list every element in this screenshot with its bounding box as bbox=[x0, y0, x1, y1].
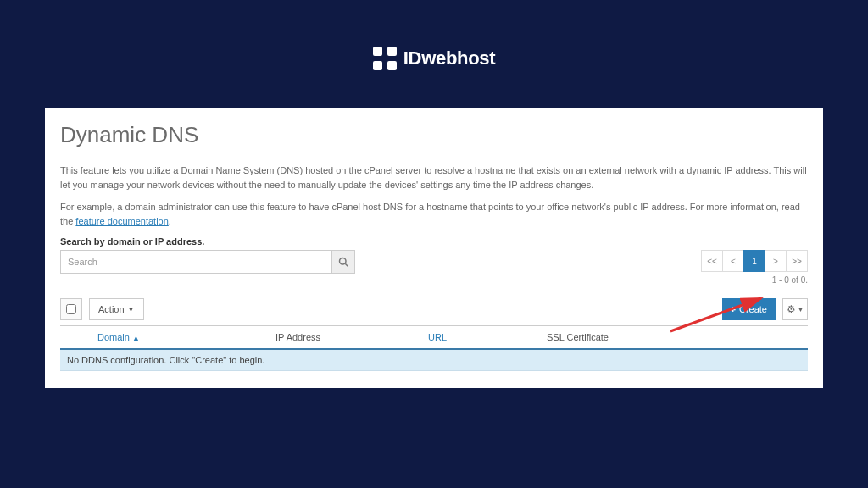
main-panel: Dynamic DNS This feature lets you utiliz… bbox=[45, 108, 823, 388]
select-all-checkbox[interactable] bbox=[66, 304, 76, 314]
col-url[interactable]: URL bbox=[428, 332, 547, 342]
table-header-row: Domain ▲ IP Address URL SSL Certificate bbox=[60, 326, 808, 350]
brand-name: IDwebhost bbox=[403, 47, 496, 69]
svg-line-1 bbox=[345, 263, 348, 266]
col-ip[interactable]: IP Address bbox=[275, 332, 428, 342]
plus-icon: + bbox=[731, 304, 736, 314]
brand-header: IDwebhost bbox=[0, 0, 868, 74]
brand-logo: IDwebhost bbox=[373, 47, 496, 70]
description-2: For example, a domain administrator can … bbox=[60, 200, 808, 228]
col-domain[interactable]: Domain ▲ bbox=[64, 332, 275, 342]
feature-doc-link[interactable]: feature documentation bbox=[75, 216, 168, 226]
brand-logo-icon bbox=[373, 47, 397, 70]
description-2-post: . bbox=[169, 216, 171, 226]
svg-point-0 bbox=[340, 258, 347, 265]
action-dropdown-label: Action bbox=[98, 304, 125, 314]
create-button[interactable]: + Create bbox=[722, 298, 776, 320]
sort-asc-icon: ▲ bbox=[132, 334, 140, 342]
search-input[interactable] bbox=[60, 250, 331, 274]
pager-first[interactable]: << bbox=[701, 250, 723, 272]
empty-state-row: No DDNS configuration. Click "Create" to… bbox=[60, 350, 808, 371]
settings-button[interactable]: ⚙ ▼ bbox=[782, 298, 808, 320]
pagination: << < 1 > >> bbox=[702, 250, 808, 272]
description-2-pre: For example, a domain administrator can … bbox=[60, 202, 800, 226]
page-title: Dynamic DNS bbox=[60, 122, 808, 148]
create-button-label: Create bbox=[739, 304, 767, 314]
chevron-down-icon: ▼ bbox=[798, 307, 804, 313]
description-1: This feature lets you utilize a Domain N… bbox=[60, 164, 808, 191]
gear-icon: ⚙ bbox=[787, 303, 796, 315]
search-icon bbox=[338, 257, 348, 267]
col-domain-label: Domain bbox=[97, 332, 130, 342]
action-dropdown[interactable]: Action ▼ bbox=[89, 298, 144, 320]
pager-last[interactable]: >> bbox=[786, 250, 808, 272]
search-label: Search by domain or IP address. bbox=[60, 236, 808, 247]
col-ssl[interactable]: SSL Certificate bbox=[547, 332, 682, 342]
chevron-down-icon: ▼ bbox=[128, 306, 135, 313]
pager-count: 1 - 0 of 0. bbox=[702, 275, 808, 285]
search-box bbox=[60, 250, 355, 274]
search-button[interactable] bbox=[331, 250, 355, 274]
pager-next[interactable]: > bbox=[765, 250, 787, 272]
pager-prev[interactable]: < bbox=[722, 250, 744, 272]
select-all-wrapper[interactable] bbox=[60, 298, 82, 320]
pager-page-1[interactable]: 1 bbox=[743, 250, 765, 272]
